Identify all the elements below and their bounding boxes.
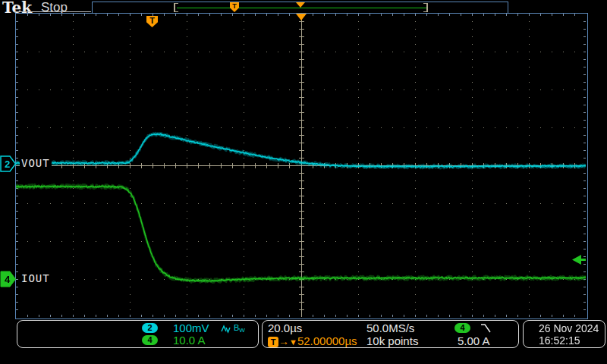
- record-view-bar: T: [92, 2, 508, 14]
- record-trigger-marker-icon: T: [230, 2, 239, 12]
- trigger-slope-falling-icon: [480, 323, 492, 333]
- arrow-right-icon: →: [278, 335, 289, 347]
- ch2-scale-readout: 100mV: [173, 322, 209, 334]
- ch2-badge: 2: [142, 323, 158, 333]
- horizontal-trigger-box: 20.0µs 50.0MS/s 4 T→▼52.00000µs 10k poin…: [262, 320, 519, 348]
- trigger-t-icon: T: [268, 337, 278, 347]
- trigger-source-badge: 4: [454, 323, 470, 333]
- record-expansion-triangle-icon: [296, 2, 305, 8]
- sample-rate-readout: 50.0MS/s: [366, 322, 414, 334]
- expansion-point-triangle-icon: [296, 14, 307, 20]
- record-length-readout: 10k points: [366, 334, 418, 347]
- triangle-down-icon: ▼: [289, 337, 297, 347]
- record-waveform-preview: [177, 8, 426, 8]
- oscilloscope-screen: Tek Stop T T 2 VOUT 4 IOUT 2 100mV BW 4 …: [0, 0, 607, 364]
- date-readout: 26 Nov 2024: [539, 322, 599, 334]
- ch4-trace-label: IOUT: [20, 271, 52, 285]
- channel-readouts-box: 2 100mV BW 4 10.0 A: [17, 320, 259, 348]
- ch2-reference-marker: 2: [0, 155, 17, 172]
- ch4-badge: 4: [142, 335, 158, 345]
- timebase-readout: 20.0µs: [268, 322, 302, 334]
- window-bracket-left: [174, 3, 178, 12]
- trigger-delay-readout: T→▼52.00000µs: [268, 334, 357, 348]
- trigger-delay-value: 52.00000µs: [297, 334, 357, 347]
- window-bracket-right: [423, 3, 428, 12]
- ch2-bandwidth-limit-icon: BW: [234, 323, 245, 334]
- ch2-coupling-icon: [221, 325, 232, 334]
- svg-text:2: 2: [5, 158, 10, 170]
- datetime-box: 26 Nov 2024 16:52:15: [523, 320, 605, 348]
- time-readout: 16:52:15: [539, 334, 580, 347]
- svg-text:4: 4: [5, 274, 11, 285]
- trigger-level-readout: 5.00 A: [458, 334, 490, 347]
- waveform-canvas: [16, 14, 586, 317]
- graticule: [15, 13, 588, 319]
- logo-underline: [14, 11, 91, 12]
- trigger-level-arrow-icon: [571, 254, 586, 266]
- ch4-scale-readout: 10.0 A: [173, 334, 206, 347]
- ch2-trace-label: VOUT: [20, 156, 52, 170]
- ch4-reference-marker: 4: [0, 271, 17, 287]
